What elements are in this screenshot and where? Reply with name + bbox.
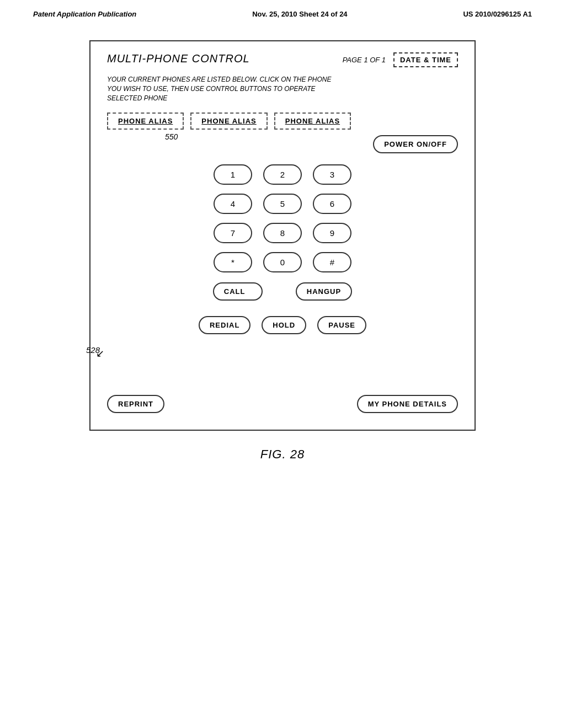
power-on-off-button[interactable]: POWER ON/OFF: [373, 135, 458, 153]
header-left: Patent Application Publication: [33, 10, 136, 18]
power-btn-row: POWER ON/OFF: [107, 135, 458, 153]
date-time-box[interactable]: DATE & TIME: [393, 52, 458, 67]
arrow-icon: ↙: [96, 347, 104, 360]
main-panel: MULTI-PHONE CONTROL PAGE 1 OF 1 DATE & T…: [89, 40, 476, 431]
key-star[interactable]: *: [214, 252, 252, 272]
key-2[interactable]: 2: [263, 164, 302, 185]
page-title: MULTI-PHONE CONTROL: [107, 52, 250, 65]
top-right-area: PAGE 1 OF 1 DATE & TIME: [343, 52, 458, 67]
phone-aliases-row: PHONE ALIAS PHONE ALIAS PHONE ALIAS: [107, 113, 458, 130]
redial-button[interactable]: REDIAL: [199, 316, 250, 334]
keypad-section: 1 2 3 4 5 6 7 8 9 * 0 # CALL HANGUP REDI…: [107, 164, 458, 340]
key-4[interactable]: 4: [214, 194, 252, 214]
header-right: US 2010/0296125 A1: [463, 10, 532, 18]
indicator-550: 550: [165, 132, 178, 141]
phone-alias-3[interactable]: PHONE ALIAS: [274, 113, 351, 130]
key-8[interactable]: 8: [263, 223, 302, 243]
hangup-button[interactable]: HANGUP: [296, 282, 352, 301]
label-528-area: 528 ↙: [107, 340, 458, 373]
top-row: MULTI-PHONE CONTROL PAGE 1 OF 1 DATE & T…: [107, 52, 458, 67]
instructions-text: YOUR CURRENT PHONES ARE LISTED BELOW. CL…: [107, 75, 339, 103]
call-hangup-row: CALL HANGUP: [213, 282, 352, 301]
keypad-grid: 1 2 3 4 5 6 7 8 9 * 0 #: [214, 164, 351, 272]
aliases-section: PHONE ALIAS PHONE ALIAS PHONE ALIAS 550: [107, 113, 458, 130]
reprint-button[interactable]: REPRINT: [107, 395, 164, 413]
hold-button[interactable]: HOLD: [262, 316, 306, 334]
phone-alias-2[interactable]: PHONE ALIAS: [190, 113, 267, 130]
page-indicator: PAGE 1 OF 1: [343, 56, 386, 64]
redial-hold-pause-row: REDIAL HOLD PAUSE: [199, 316, 366, 334]
key-7[interactable]: 7: [214, 223, 252, 243]
key-0[interactable]: 0: [263, 252, 302, 272]
key-hash[interactable]: #: [313, 252, 351, 272]
call-button[interactable]: CALL: [213, 282, 263, 301]
pause-button[interactable]: PAUSE: [317, 316, 366, 334]
key-3[interactable]: 3: [313, 164, 351, 185]
page-header: Patent Application Publication Nov. 25, …: [0, 0, 565, 24]
header-center: Nov. 25, 2010 Sheet 24 of 24: [252, 10, 347, 18]
key-1[interactable]: 1: [214, 164, 252, 185]
key-5[interactable]: 5: [263, 194, 302, 214]
my-phone-details-button[interactable]: MY PHONE DETAILS: [357, 395, 458, 413]
key-6[interactable]: 6: [313, 194, 351, 214]
figure-caption: FIG. 28: [0, 447, 565, 462]
bottom-row: REPRINT MY PHONE DETAILS: [107, 395, 458, 413]
key-9[interactable]: 9: [313, 223, 351, 243]
phone-alias-1[interactable]: PHONE ALIAS: [107, 113, 184, 130]
